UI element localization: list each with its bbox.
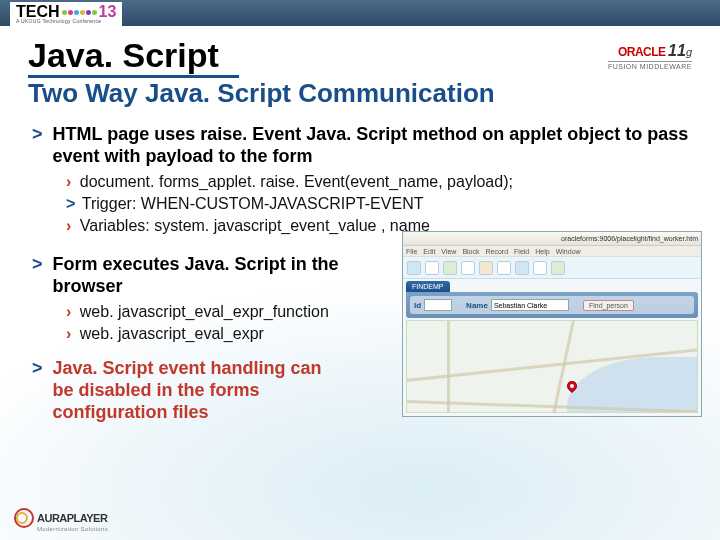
bullet-3: > Java. Script event handling can be dis…: [32, 357, 388, 423]
bullet-1-subitems: › document. forms_applet. raise. Event(e…: [66, 171, 692, 237]
sub-text: Trigger: WHEN-CUSTOM-JAVASCRIPT-EVENT: [82, 195, 424, 212]
menu-item[interactable]: Record: [486, 248, 509, 255]
toolbar-icon[interactable]: [407, 261, 421, 275]
version-g: g: [686, 46, 692, 58]
bullet-1-sub-1: › document. forms_applet. raise. Event(e…: [66, 171, 692, 193]
bullet-1-text: HTML page uses raise. Event Java. Script…: [53, 123, 692, 167]
toolbar-icon[interactable]: [551, 261, 565, 275]
toolbar: [403, 257, 701, 279]
menu-item[interactable]: Help: [535, 248, 549, 255]
chevron-icon: >: [32, 123, 43, 145]
version-11: 11: [668, 42, 686, 59]
auraplayer-logo: AURAPLAYER Modernization Solutions: [14, 508, 108, 532]
logo-subtitle: A UKOUG Technology Conference: [16, 18, 101, 24]
url-hint: oracleforms:9006/placelight/find_worker.…: [561, 235, 698, 242]
menu-bar: File Edit View Block Record Field Help W…: [403, 246, 701, 257]
bullet-2-text: Form executes Java. Script in the browse…: [53, 253, 388, 297]
name-field-group: Name: [466, 299, 569, 311]
sub-text: Variables: system. javascript_event_valu…: [75, 217, 430, 234]
toolbar-icon[interactable]: [425, 261, 439, 275]
form-panel: Id Name Find_person: [406, 292, 698, 318]
menu-item[interactable]: View: [441, 248, 456, 255]
form-tab[interactable]: FINDEMP: [406, 281, 450, 292]
id-field-group: Id: [414, 299, 452, 311]
bullet-2-sub-1: › web. javascript_eval_expr_function: [66, 301, 388, 323]
embedded-screenshot: oracleforms:9006/placelight/find_worker.…: [402, 231, 702, 417]
fusion-middleware-label: FUSION MIDDLEWARE: [608, 61, 692, 70]
footer-tagline: Modernization Solutions: [37, 526, 108, 532]
sub-text: web. javascript_eval_expr: [75, 325, 264, 342]
chevron-icon: >: [32, 253, 43, 275]
sub-text: document. forms_applet. raise. Event(eve…: [75, 173, 513, 190]
id-label: Id: [414, 301, 421, 310]
bullet-2: > Form executes Java. Script in the brow…: [32, 253, 388, 297]
menu-item[interactable]: File: [406, 248, 417, 255]
bullet-2-subitems: › web. javascript_eval_expr_function › w…: [66, 301, 388, 345]
id-input[interactable]: [424, 299, 452, 311]
map-road: [447, 320, 450, 413]
map-water: [567, 357, 697, 412]
toolbar-icon[interactable]: [533, 261, 547, 275]
menu-item[interactable]: Window: [556, 248, 581, 255]
name-label: Name: [466, 301, 488, 310]
bullet-1: > HTML page uses raise. Event Java. Scri…: [32, 123, 692, 167]
header-bar: TECH 13 A UKOUG Technology Conference: [0, 0, 720, 26]
oracle-wordmark: ORACLE: [618, 45, 666, 59]
slide-content: Java. Script ORACLE 11g FUSION MIDDLEWAR…: [0, 26, 720, 427]
name-input[interactable]: [491, 299, 569, 311]
menu-item[interactable]: Block: [462, 248, 479, 255]
swirl-icon: [14, 508, 34, 528]
window-titlebar: oracleforms:9006/placelight/find_worker.…: [403, 232, 701, 246]
map-area[interactable]: [406, 320, 698, 413]
toolbar-icon[interactable]: [443, 261, 457, 275]
tech13-logo: TECH 13 A UKOUG Technology Conference: [10, 2, 122, 26]
oracle-11g-badge: ORACLE 11g FUSION MIDDLEWARE: [608, 42, 692, 70]
footer-brand: AURAPLAYER: [37, 512, 107, 524]
slide-title: Java. Script: [28, 36, 239, 78]
toolbar-icon[interactable]: [497, 261, 511, 275]
bullet-3-text: Java. Script event handling can be disab…: [53, 357, 343, 423]
bullet-2-sub-2: › web. javascript_eval_expr: [66, 323, 388, 345]
bullet-1-sub-2: > Trigger: WHEN-CUSTOM-JAVASCRIPT-EVENT: [66, 193, 692, 215]
toolbar-icon[interactable]: [479, 261, 493, 275]
sub-text: web. javascript_eval_expr_function: [75, 303, 328, 320]
toolbar-icon[interactable]: [515, 261, 529, 275]
menu-item[interactable]: Field: [514, 248, 529, 255]
slide-subtitle: Two Way Java. Script Communication: [28, 78, 692, 109]
find-person-button[interactable]: Find_person: [583, 300, 634, 311]
toolbar-icon[interactable]: [461, 261, 475, 275]
chevron-icon: >: [32, 357, 43, 379]
menu-item[interactable]: Edit: [423, 248, 435, 255]
